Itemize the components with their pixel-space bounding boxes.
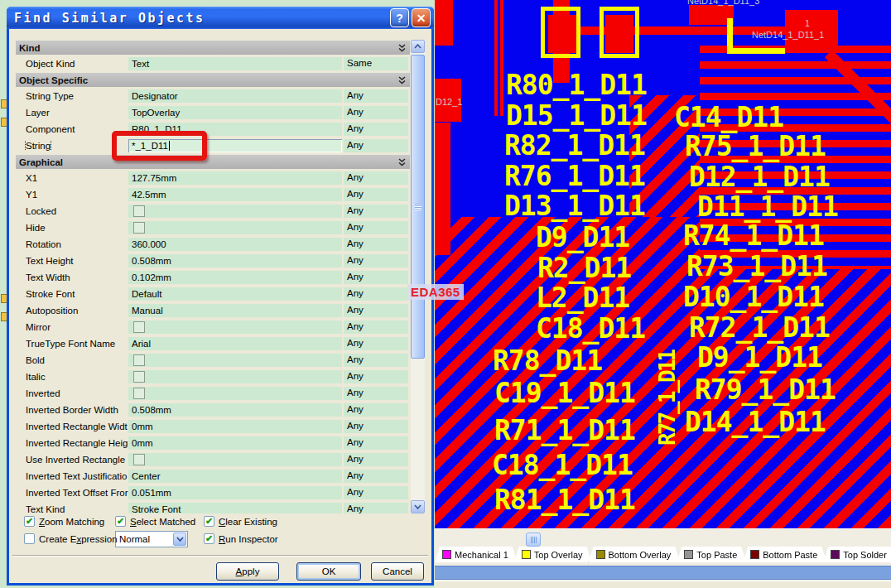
match-criterion-text-kind[interactable]: Any [344,503,408,513]
property-value-bold[interactable] [128,354,342,367]
grid-scrollbar[interactable] [411,40,425,513]
property-value-autoposition[interactable]: Manual [128,304,342,317]
property-label-text: Text Height [26,256,74,266]
property-value-inverted[interactable] [128,387,342,400]
scrollbar-thumb[interactable] [411,55,425,359]
property-value-y1[interactable]: 42.5mm [128,188,342,201]
splitter-grip-icon[interactable] [526,533,541,547]
match-criterion-locked[interactable]: Any [344,205,408,218]
checkbox-unchecked-icon[interactable] [24,533,35,544]
property-value-text-height[interactable]: 0.508mm [128,254,342,267]
section-header-kind[interactable]: Kind [16,41,410,55]
match-criterion-object-kind[interactable]: Same [344,57,408,70]
checkbox-checked-icon[interactable]: ✔ [115,516,126,527]
match-criterion-inverted-rectangle-widt[interactable]: Any [344,420,408,433]
match-criterion-inverted-border-width[interactable]: Any [344,403,408,417]
property-value-inverted-rectangle-widt[interactable]: 0mm [128,420,342,433]
checkbox-unchecked-icon[interactable] [133,205,145,217]
expression-mode-select[interactable]: Normal [115,531,188,547]
property-value-object-kind[interactable]: Text [128,57,342,70]
checkbox-checked-icon[interactable]: ✔ [24,516,35,527]
tab-top-solder[interactable]: Top Solder [823,547,891,562]
section-header-graphical[interactable]: Graphical [16,155,410,169]
horizontal-scrollbar[interactable] [435,566,891,580]
property-row-text-height: Text Height0.508mmAny [16,253,410,269]
property-value-inverted-text-justificatio[interactable]: Center [128,470,342,483]
match-criterion-autoposition[interactable]: Any [344,304,408,317]
match-criterion-inverted-text-justificatio[interactable]: Any [344,470,408,483]
section-header-object-specific[interactable]: Object Specific [16,73,410,87]
checkbox-unchecked-icon[interactable] [133,321,145,333]
property-value-mirror[interactable] [128,321,342,334]
match-criterion-rotation[interactable]: Any [344,238,408,251]
match-criterion-x1[interactable]: Any [344,171,408,185]
expression-mode-value: Normal [116,534,173,544]
property-value-use-inverted-rectangle[interactable] [128,453,342,466]
checkbox-unchecked-icon[interactable] [133,454,145,465]
property-value-layer[interactable]: TopOverlay [128,106,342,119]
match-criterion-string-type[interactable]: Any [344,89,408,103]
checkbox-zoom-matching[interactable]: ✔Zoom Matching [24,516,104,527]
property-value-text-width[interactable]: 0.102mm [128,271,342,284]
chevron-down-icon[interactable] [173,533,186,546]
property-value-text: 0.508mm [132,255,171,267]
match-criterion-use-inverted-rectangle[interactable]: Any [344,453,408,466]
checkbox-unchecked-icon[interactable] [133,388,145,399]
checkbox-unchecked-icon[interactable] [133,222,145,234]
property-value-stroke-font[interactable]: Default [128,287,342,301]
match-criterion-italic[interactable]: Any [344,370,408,383]
match-criterion-inverted-rectangle-heig[interactable]: Any [344,436,408,450]
checkbox-unchecked-icon[interactable] [133,371,145,383]
checkbox-checked-icon[interactable]: ✔ [204,516,214,527]
match-criterion-text-height[interactable]: Any [344,254,408,267]
property-value-inverted-border-width[interactable]: 0.508mm [128,403,342,417]
property-value-locked[interactable] [128,205,342,218]
property-value-x1[interactable]: 127.75mm [128,171,342,185]
tab-label: Bottom Paste [763,550,817,560]
dialog-titlebar[interactable]: Find Similar Objects ? ✕ [7,7,434,29]
property-value-truetype-font-name[interactable]: Arial [128,337,342,350]
match-criterion-layer[interactable]: Any [344,106,408,119]
property-value-rotation[interactable]: 360.000 [128,238,342,251]
match-criterion-truetype-font-name[interactable]: Any [344,337,408,350]
checkbox-select-matched[interactable]: ✔Select Matched [115,516,195,527]
cancel-button[interactable]: Cancel [371,562,424,581]
collapse-chevron-icon[interactable] [398,158,406,166]
match-criterion-y1[interactable]: Any [344,188,408,201]
property-value-inverted-text-offset-fror[interactable]: 0.051mm [128,486,342,499]
ok-button[interactable]: OK [296,562,361,581]
checkbox-checked-icon[interactable]: ✔ [204,533,214,544]
checkbox-run-inspector[interactable]: ✔Run Inspector [204,533,278,544]
match-criterion-string[interactable]: Any [344,139,408,152]
tab-bottom-overlay[interactable]: Bottom Overlay [589,547,681,562]
match-criterion-component[interactable]: Any [344,123,408,136]
checkbox-create-expression[interactable]: Create Expression [24,533,118,544]
property-label: Text Width [16,272,128,282]
collapse-chevron-icon[interactable] [398,44,406,52]
property-value-string-type[interactable]: Designator [128,89,342,103]
match-criterion-text-width[interactable]: Any [344,271,408,284]
scroll-up-icon[interactable] [411,40,425,53]
collapse-chevron-icon[interactable] [398,76,406,84]
match-criterion-bold[interactable]: Any [344,354,408,367]
tab-bottom-paste[interactable]: Bottom Paste [743,547,826,562]
scroll-down-icon[interactable] [411,500,425,513]
apply-button[interactable]: Apply [216,562,279,581]
match-criterion-inverted[interactable]: Any [344,387,408,400]
tab-mechanical-1[interactable]: Mechanical 1 [435,547,518,562]
checkbox-clear-existing[interactable]: ✔Clear Existing [204,516,277,527]
tab-top-overlay[interactable]: Top Overlay [514,547,592,562]
help-icon[interactable]: ? [390,8,409,27]
match-criterion-mirror[interactable]: Any [344,321,408,334]
property-value-text-kind[interactable]: Stroke Font [128,503,342,513]
match-criterion-stroke-font[interactable]: Any [344,287,408,301]
close-icon[interactable]: ✕ [412,8,431,27]
property-value-hide[interactable] [128,221,342,234]
match-criterion-hide[interactable]: Any [344,221,408,234]
property-value-italic[interactable] [128,370,342,383]
match-criterion-inverted-text-offset-fror[interactable]: Any [344,486,408,499]
tab-top-paste[interactable]: Top Paste [677,547,746,562]
checkbox-unchecked-icon[interactable] [133,354,145,366]
pcb-canvas[interactable]: NetD14_1_D11_31NetD14_1_D11_1D12_1 R80_1… [435,0,891,528]
property-value-inverted-rectangle-heig[interactable]: 0mm [128,436,342,450]
